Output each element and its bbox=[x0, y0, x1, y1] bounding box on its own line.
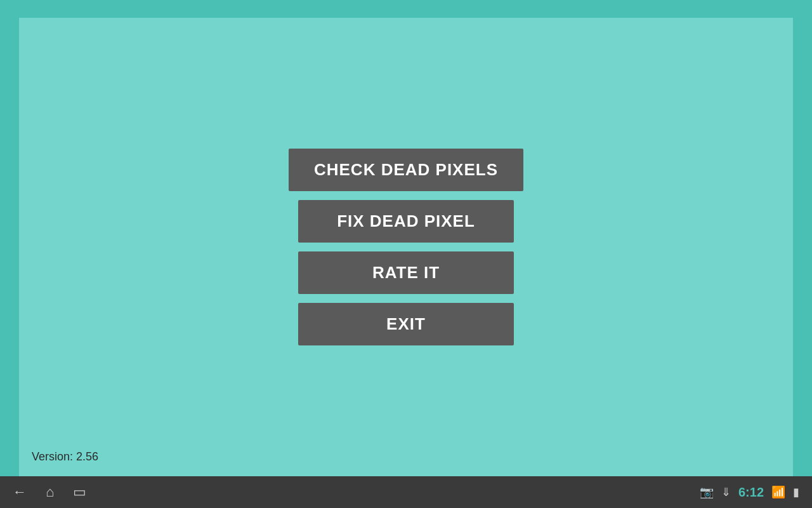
status-icons: 📷 ⇓ 6:12 📶 ▮ bbox=[700, 485, 799, 500]
top-bar bbox=[0, 0, 812, 18]
gallery-icon: 📷 bbox=[700, 485, 714, 499]
back-button[interactable]: ← bbox=[13, 484, 27, 500]
rate-it-button[interactable]: RATE IT bbox=[298, 251, 514, 294]
battery-icon: ▮ bbox=[793, 485, 799, 499]
download-icon: ⇓ bbox=[721, 485, 731, 499]
check-dead-pixels-label: CHECK DEAD PIXELS bbox=[314, 160, 498, 179]
version-label: Version: 2.56 bbox=[32, 450, 98, 464]
exit-label: EXIT bbox=[386, 314, 426, 333]
home-button[interactable]: ⌂ bbox=[46, 484, 54, 500]
rate-it-label: RATE IT bbox=[372, 263, 440, 282]
status-bar: ← ⌂ ▭ 📷 ⇓ 6:12 📶 ▮ bbox=[0, 476, 812, 508]
exit-button[interactable]: EXIT bbox=[298, 303, 514, 345]
fix-dead-pixel-label: FIX DEAD PIXEL bbox=[337, 211, 475, 231]
nav-icons: ← ⌂ ▭ bbox=[13, 484, 86, 500]
check-dead-pixels-button[interactable]: CHECK DEAD PIXELS bbox=[289, 149, 523, 191]
wifi-icon: 📶 bbox=[771, 485, 785, 499]
fix-dead-pixel-button[interactable]: FIX DEAD PIXEL bbox=[298, 200, 514, 243]
time-display: 6:12 bbox=[738, 485, 764, 500]
main-area: CHECK DEAD PIXELS FIX DEAD PIXEL RATE IT… bbox=[19, 18, 793, 476]
button-group: CHECK DEAD PIXELS FIX DEAD PIXEL RATE IT… bbox=[289, 149, 523, 345]
recents-button[interactable]: ▭ bbox=[73, 484, 86, 500]
